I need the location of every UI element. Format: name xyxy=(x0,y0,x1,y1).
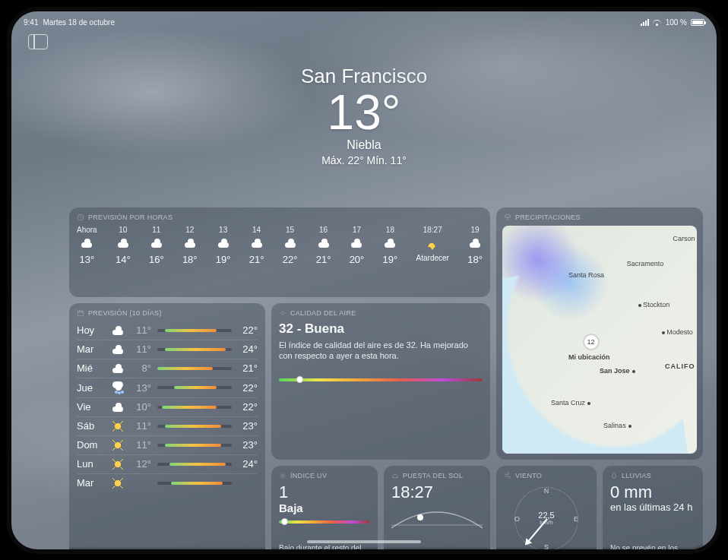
cloud-icon xyxy=(150,239,163,248)
day-row[interactable]: Mar11°24° xyxy=(77,340,258,359)
day-row[interactable]: Mar xyxy=(77,473,258,492)
day-row[interactable]: Sáb11°23° xyxy=(77,416,258,435)
hour-column: 1421° xyxy=(249,226,264,265)
cloud-icon xyxy=(111,345,125,354)
day-row[interactable]: Vie10°22° xyxy=(77,397,258,416)
cloud-icon xyxy=(111,403,125,412)
cloud-icon xyxy=(250,239,264,248)
map-label: CALIFO xyxy=(665,362,695,370)
aqi-spectrum xyxy=(279,378,483,381)
rain-value: 0 mm xyxy=(610,484,695,501)
hour-column: 1116° xyxy=(149,226,164,265)
day-name: Sáb xyxy=(77,420,104,432)
aqi-icon xyxy=(279,309,286,317)
hour-column: 1720° xyxy=(350,226,365,265)
day-high: 21° xyxy=(238,362,258,374)
precipitation-map-card[interactable]: Precipitaciones Santa Rosa Sacramento Ca… xyxy=(496,207,703,460)
temp-range-bar xyxy=(157,482,232,485)
air-quality-card[interactable]: Calidad del aire 32 - Buena El índice de… xyxy=(271,303,490,460)
hour-column: 1218° xyxy=(182,226,198,265)
uv-spectrum xyxy=(279,520,370,524)
sun-icon xyxy=(279,472,286,479)
svg-point-2 xyxy=(281,312,282,313)
high-low: Máx. 22° Mín. 11° xyxy=(11,154,717,166)
sunrise-label: Salida: 7:21 xyxy=(391,553,483,554)
day-high: 22° xyxy=(238,324,258,336)
map-label: Mi ubicación xyxy=(568,353,610,361)
hour-time: 14 xyxy=(252,226,261,234)
uv-note: Bajo durante el resto del día. xyxy=(279,544,370,554)
wind-icon xyxy=(504,472,511,479)
status-date: Martes 18 de octubre xyxy=(43,18,115,27)
rain-label: en las últimas 24 h xyxy=(610,501,695,513)
hour-time: 17 xyxy=(353,226,361,234)
hour-temp: 19° xyxy=(383,254,398,265)
cloud-icon xyxy=(283,239,297,248)
hour-column: Ahora13° xyxy=(77,226,97,265)
temp-range-bar xyxy=(157,444,232,447)
day-name: Jue xyxy=(77,382,104,394)
temp-range-bar xyxy=(157,329,232,332)
cloud-icon xyxy=(350,239,363,248)
hour-temp: 18° xyxy=(182,254,198,265)
uv-title: Índice UV xyxy=(290,472,327,479)
sidebar-toggle-button[interactable] xyxy=(28,34,48,49)
ten-day-forecast-card[interactable]: Previsión (10 días) Hoy11°22°Mar11°24°Mi… xyxy=(69,303,265,554)
svg-point-8 xyxy=(417,514,423,520)
hour-temp: 19° xyxy=(216,254,231,265)
status-time: 9:41 xyxy=(24,18,38,27)
cloud-icon xyxy=(317,239,331,248)
day-low: 13° xyxy=(131,382,151,394)
hour-column: 1819° xyxy=(383,226,398,265)
droplet-icon xyxy=(610,472,618,479)
day-high: 23° xyxy=(238,439,258,451)
map-label: Modesto xyxy=(662,328,693,336)
hour-column: 1522° xyxy=(283,226,298,265)
cloud-icon xyxy=(217,239,230,248)
hour-temp: 13° xyxy=(80,254,95,265)
day-row[interactable]: Lun12°24° xyxy=(77,454,258,473)
cloud-icon xyxy=(183,239,197,248)
map-location-pin[interactable]: 12 xyxy=(584,335,598,349)
day-row[interactable]: Dom11°23° xyxy=(77,435,258,454)
map-label: Sacramento xyxy=(627,260,664,267)
day-row[interactable]: Jue13°22° xyxy=(77,378,258,397)
sun-icon xyxy=(112,421,123,432)
day-high: 24° xyxy=(238,343,258,355)
hour-column: 1918° xyxy=(467,226,483,265)
day-low: 11° xyxy=(131,439,151,451)
home-indicator[interactable] xyxy=(307,540,421,543)
sunset-icon xyxy=(391,472,399,479)
cloud-icon xyxy=(80,239,93,248)
sun-icon xyxy=(112,459,123,470)
hour-temp: 21° xyxy=(316,254,331,265)
wind-unit: km/h xyxy=(540,520,552,526)
svg-point-5 xyxy=(283,314,283,315)
sunset-value: 18:27 xyxy=(391,484,483,501)
tenday-title: Previsión (10 días) xyxy=(88,309,162,317)
precipitation-map[interactable]: Santa Rosa Sacramento Carson Stockton Mo… xyxy=(502,226,697,454)
location-name: San Francisco xyxy=(11,65,717,88)
day-row[interactable]: Hoy11°22° xyxy=(77,321,258,340)
temp-range-bar xyxy=(157,463,232,466)
cloud-icon xyxy=(383,239,397,248)
rainfall-card[interactable]: Lluvias 0 mm en las últimas 24 h No se p… xyxy=(603,466,703,554)
day-name: Hoy xyxy=(77,324,104,336)
map-label: Stockton xyxy=(638,301,669,308)
hour-time: 18:27 xyxy=(423,226,442,234)
hour-time: 15 xyxy=(286,226,294,234)
wind-card[interactable]: Viento N S E O 22,5km/h xyxy=(496,466,597,554)
map-label: Carson xyxy=(673,235,695,242)
aqi-value: 32 - Buena xyxy=(279,321,483,337)
hourly-forecast-card[interactable]: Previsión por horas Ahora13°1014°1116°12… xyxy=(69,207,490,297)
calendar-icon xyxy=(77,309,84,317)
hour-time: Ahora xyxy=(77,226,97,234)
hour-time: 19 xyxy=(470,226,479,234)
sunset-title: Puesta del sol xyxy=(403,472,463,479)
hour-temp: 21° xyxy=(249,254,264,265)
day-row[interactable]: Mié8°21° xyxy=(77,359,258,378)
hour-column: 1014° xyxy=(116,226,131,265)
rain-note: No se prevén en los próximos 10 días. xyxy=(610,544,695,554)
map-label: Santa Rosa xyxy=(568,271,604,279)
svg-point-4 xyxy=(284,312,285,313)
